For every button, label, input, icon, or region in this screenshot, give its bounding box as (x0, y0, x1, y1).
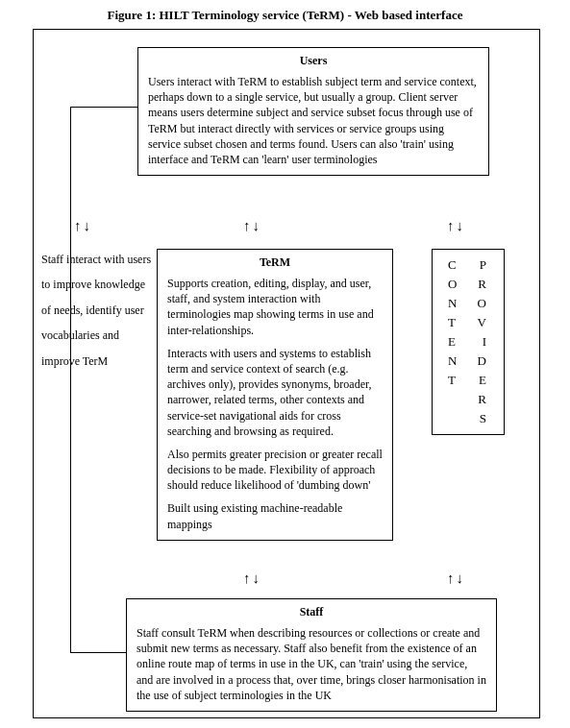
arrows-users-term: ↑↓ (243, 217, 261, 233)
term-title: TeRM (167, 255, 383, 270)
cp-row-2: NO (434, 294, 502, 313)
term-p1: Supports creation, editing, display, and… (167, 276, 383, 338)
users-title: Users (148, 54, 479, 68)
term-p4: Built using existing machine-readable ma… (167, 500, 383, 531)
cp-row-7: R (434, 390, 502, 409)
term-p3: Also permits greater precision or greate… (167, 447, 383, 494)
arrows-users-left: ↑↓ (74, 217, 92, 233)
cp-row-5: ND (434, 352, 502, 371)
outer-frame: ↑↓ ↑↓ ↑↓ ↑↓ ↑↓ Users Users interact with… (33, 29, 540, 718)
users-body: Users interact with TeRM to establish su… (148, 74, 479, 167)
term-p2: Interacts with users and systems to esta… (167, 346, 383, 439)
staff-title: Staff (136, 605, 486, 619)
connector-users-left-h (70, 107, 137, 108)
arrows-term-staff: ↑↓ (243, 570, 261, 586)
figure-caption: Figure 1: HILT Terminology service (TeRM… (0, 0, 570, 29)
diagram-page: Figure 1: HILT Terminology service (TeRM… (0, 0, 570, 728)
cp-row-8: S (434, 409, 502, 428)
arrows-cp-staff: ↑↓ (447, 570, 465, 586)
connector-staff-left-h (70, 652, 126, 653)
users-box: Users Users interact with TeRM to establ… (137, 47, 489, 176)
staff-box: Staff Staff consult TeRM when describing… (126, 598, 497, 712)
cp-row-1: OR (434, 275, 502, 294)
side-text-left: Staff interact with users to improve kno… (41, 247, 152, 374)
cp-row-3: TV (434, 313, 502, 332)
cp-row-6: TE (434, 371, 502, 390)
content-providers-box: CP OR NO TV EI ND TE R S (432, 249, 505, 435)
cp-row-0: CP (434, 255, 502, 275)
staff-body: Staff consult TeRM when describing resou… (136, 625, 486, 703)
cp-row-4: EI (434, 332, 502, 352)
term-box: TeRM Supports creation, editing, display… (157, 249, 393, 541)
connector-left-v (70, 107, 71, 652)
arrows-users-cp: ↑↓ (447, 217, 465, 233)
term-body: Supports creation, editing, display, and… (167, 276, 383, 532)
